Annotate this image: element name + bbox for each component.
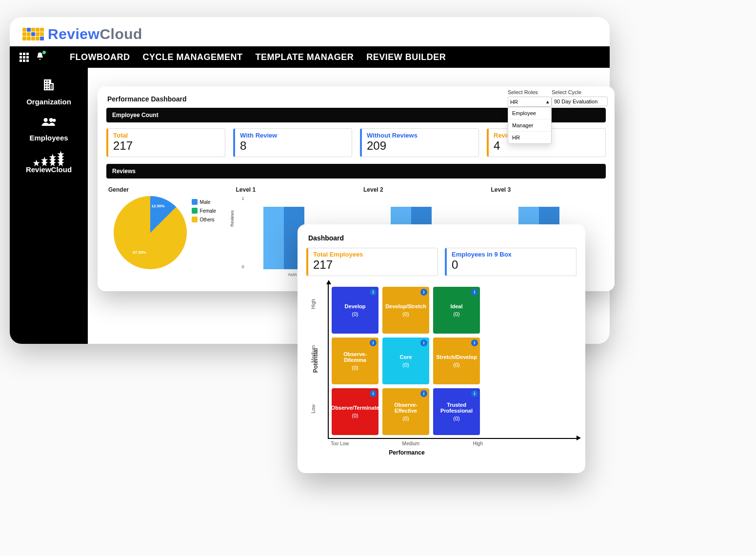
- ninebox-cell[interactable]: iDevelop(0): [332, 287, 378, 334]
- notifications-icon[interactable]: [36, 52, 44, 63]
- ninebox-cell[interactable]: iCore(0): [382, 338, 429, 384]
- chevron-up-icon: ▴: [546, 99, 549, 105]
- sidebar-item-reviewcloud[interactable]: ★ ★★ ★★★★★★★ ReviewCloud: [26, 152, 72, 174]
- chart-title: Level 2: [363, 186, 478, 193]
- x-tick: Medium: [402, 441, 420, 446]
- x-tick: Too Low: [331, 441, 349, 446]
- select-roles-value: HR: [510, 99, 518, 105]
- info-icon[interactable]: i: [471, 339, 478, 346]
- info-icon[interactable]: i: [370, 390, 377, 397]
- chart-title: Level 1: [236, 186, 351, 193]
- select-roles[interactable]: Select Roles HR ▴ Employee Manager HR: [508, 89, 552, 107]
- nav-review-builder[interactable]: REVIEW BUILDER: [366, 52, 446, 62]
- role-option-hr[interactable]: HR: [508, 131, 551, 143]
- ninebox-cell[interactable]: iObserve/Terminate(0): [332, 388, 378, 435]
- nav-template-manager[interactable]: TEMPLATE MANAGER: [255, 52, 354, 62]
- svg-point-0: [44, 118, 48, 122]
- sidebar-item-organization[interactable]: Organization: [26, 78, 71, 106]
- svg-point-1: [49, 118, 53, 122]
- select-cycle-value: 90 Day Evaluation: [554, 99, 597, 104]
- card-value: 217: [113, 139, 220, 153]
- card-total-employees[interactable]: Total Employees 217: [306, 248, 438, 276]
- card-total[interactable]: Total 217: [106, 128, 225, 157]
- nav-cycle-management[interactable]: CYCLE MANAGEMENT: [142, 52, 242, 62]
- arrow-right-icon: [577, 436, 581, 440]
- pie-chart: 12.50% 87.50%: [114, 196, 187, 269]
- users-icon: [41, 116, 57, 132]
- select-roles-label: Select Roles: [508, 89, 552, 95]
- arrow-up-icon: [326, 280, 331, 284]
- info-icon[interactable]: i: [370, 339, 377, 346]
- cell-count: (0): [402, 311, 409, 317]
- info-icon[interactable]: i: [420, 390, 427, 397]
- info-icon[interactable]: i: [471, 390, 478, 397]
- ninebox-cell[interactable]: iTrusted Professional(0): [433, 388, 480, 435]
- cell-count: (0): [402, 416, 409, 421]
- building-icon: [41, 78, 56, 96]
- apps-icon[interactable]: [20, 53, 29, 62]
- sidebar-item-employees[interactable]: Employees: [29, 116, 68, 142]
- y-tick: Low: [311, 404, 316, 413]
- card-without-reviews[interactable]: Without Reviews 209: [360, 128, 479, 157]
- page-title: Dashboard: [308, 234, 577, 242]
- cell-count: (0): [352, 413, 358, 418]
- card-employees-in-9box[interactable]: Employees in 9 Box 0: [445, 248, 577, 276]
- card-label: Without Reviews: [367, 132, 474, 139]
- x-axis-label: Performance: [331, 449, 483, 456]
- ninebox-cell[interactable]: iObserve-Dilemma(0): [332, 338, 378, 384]
- brand-logo: ReviewCloud: [10, 17, 610, 46]
- legend-item: Female: [200, 208, 216, 214]
- logo-icon: [22, 28, 44, 40]
- info-icon[interactable]: i: [370, 289, 377, 296]
- card-value: 0: [452, 258, 571, 272]
- card-label: Total: [113, 132, 220, 139]
- card-with-review[interactable]: With Review 8: [233, 128, 352, 157]
- cell-count: (0): [402, 362, 409, 368]
- chart-legend: Male Female Others: [192, 199, 216, 222]
- x-tick: Acm: [288, 272, 297, 277]
- card-label: With Review: [240, 132, 347, 139]
- cell-name: Ideal: [450, 303, 462, 309]
- top-navbar: FLOWBOARD CYCLE MANAGEMENT TEMPLATE MANA…: [10, 46, 610, 68]
- svg-point-2: [53, 119, 56, 122]
- ninebox-dashboard-panel: Dashboard Total Employees 217 Employees …: [298, 224, 585, 473]
- legend-item: Others: [200, 217, 215, 222]
- cell-name: Observe-Dilemma: [334, 351, 377, 363]
- nav-flowboard[interactable]: FLOWBOARD: [70, 52, 130, 62]
- roles-dropdown: Employee Manager HR: [508, 107, 552, 144]
- ninebox-cell[interactable]: iDevelop/Stretch(0): [382, 287, 429, 334]
- card-value: 209: [367, 139, 474, 153]
- y-tick: 0: [242, 264, 244, 269]
- ninebox-matrix: Potential High Medium Low iDevelop(0)iDe…: [328, 284, 577, 456]
- section-header-reviews: Reviews: [106, 164, 606, 179]
- cell-name: Develop/Stretch: [385, 303, 426, 309]
- y-tick: Medium: [311, 345, 316, 363]
- cell-name: Trusted Professional: [435, 402, 478, 414]
- y-tick: 1: [242, 196, 244, 201]
- cell-count: (0): [453, 362, 459, 368]
- stars-icon: ★ ★★ ★★★★★★★: [33, 152, 65, 163]
- role-option-employee[interactable]: Employee: [508, 107, 551, 119]
- sidebar-item-label: ReviewCloud: [26, 165, 72, 174]
- page-title: Performance Dashboard: [104, 93, 187, 108]
- nav-items: FLOWBOARD CYCLE MANAGEMENT TEMPLATE MANA…: [70, 52, 446, 62]
- ninebox-cell[interactable]: iObserve-Effective(0): [382, 388, 429, 435]
- sidebar: Organization Employees ★ ★★ ★★★★★★★ Revi…: [10, 68, 88, 344]
- info-icon[interactable]: i: [420, 289, 427, 296]
- x-tick: High: [473, 441, 483, 446]
- ninebox-cell[interactable]: iIdeal(0): [433, 287, 480, 334]
- ninebox-cell[interactable]: iStretch/Develop(0): [433, 338, 480, 384]
- legend-item: Male: [200, 199, 211, 205]
- cell-name: Observe/Terminate: [331, 405, 379, 411]
- card-value: 8: [240, 139, 347, 153]
- role-option-manager[interactable]: Manager: [508, 119, 551, 131]
- select-cycle-label: Select Cycle: [552, 89, 608, 95]
- info-icon[interactable]: i: [471, 289, 478, 296]
- pie-slice-label: 87.50%: [133, 250, 146, 255]
- cell-count: (0): [453, 311, 459, 317]
- select-cycle[interactable]: Select Cycle 90 Day Evaluation: [552, 89, 608, 107]
- cell-name: Core: [399, 354, 412, 360]
- chart-title: Gender: [108, 186, 223, 193]
- y-axis: Potential High Medium Low: [306, 284, 328, 430]
- info-icon[interactable]: i: [420, 339, 427, 346]
